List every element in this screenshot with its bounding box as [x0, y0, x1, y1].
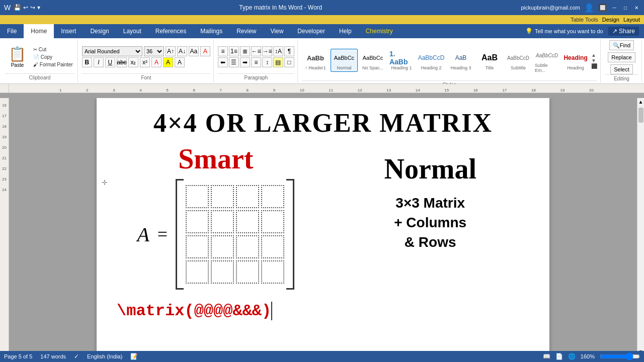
paragraph-group: ≡ 1≡ ≣ ←≡ →≡ ↕A ¶ ⬅ ☰ ➡ ≡ ↕ ▤ — [215, 39, 298, 82]
style-title-label: Title — [486, 65, 494, 70]
bullets-button[interactable]: ≡ — [218, 46, 228, 56]
styles-expand-arrow[interactable]: ⬛ — [591, 63, 597, 69]
tab-design[interactable]: Design — [83, 24, 116, 38]
matrix-cell-4-1 — [186, 260, 209, 284]
align-right-button[interactable]: ➡ — [240, 57, 250, 67]
strikethrough-button[interactable]: abc — [117, 57, 127, 67]
borders-button[interactable]: □ — [284, 57, 294, 67]
tab-view[interactable]: View — [264, 24, 291, 38]
shading-button[interactable]: A — [175, 57, 185, 67]
document-page[interactable]: 4×4 OR LARGER MATRIX ✛ Smart A = — [97, 98, 549, 355]
style-subtle-em[interactable]: AaBbCcD Subtle Em... — [533, 46, 560, 74]
zoom-slider[interactable] — [600, 352, 640, 360]
paste-button[interactable]: 📋 Paste — [5, 44, 30, 69]
numbering-button[interactable]: 1≡ — [229, 46, 239, 56]
sort-button[interactable]: ↕A — [273, 46, 283, 56]
clear-formatting-button[interactable]: A — [200, 46, 210, 56]
style-header1[interactable]: AaBb ↑ Header1 — [302, 49, 329, 72]
ruler-area: 1 2 3 4 5 6 7 8 9 10 11 12 13 14 15 16 1… — [0, 84, 644, 93]
formula-area: \matrix(@@@@&&&) — [117, 300, 529, 322]
subscript-button[interactable]: x₂ — [128, 57, 138, 67]
decrease-indent-button[interactable]: ←≡ — [251, 46, 261, 56]
context-layout-tab[interactable]: Layout — [623, 17, 640, 23]
redo-icon[interactable]: ↪ — [30, 4, 35, 11]
matrix-cells — [184, 183, 286, 286]
status-bar: Page 5 of 5 147 words ✓ English (India) … — [0, 351, 644, 362]
style-subtle-em-label: Subtle Em... — [535, 63, 559, 73]
highlight-button[interactable]: A — [163, 57, 173, 67]
shading-para-button[interactable]: ▤ — [273, 57, 283, 67]
align-center-button[interactable]: ☰ — [229, 57, 239, 67]
title-bar-right: pickupbrain@gmail.com 👤 🔲 ─ □ ✕ — [521, 3, 640, 13]
tab-references[interactable]: References — [148, 24, 193, 38]
styles-up-arrow[interactable]: ▲ — [591, 52, 597, 58]
styles-down-arrow[interactable]: ▼ — [591, 58, 597, 63]
copy-button[interactable]: 📄 Copy — [32, 54, 74, 60]
font-size-select[interactable]: 36 — [144, 46, 164, 56]
style-heading[interactable]: Heading Heading — [562, 49, 589, 72]
vertical-ruler: 16 17 18 19 20 21 22 23 24 — [0, 98, 9, 355]
spell-check-icon[interactable]: ✓ — [74, 353, 79, 360]
view-web-button[interactable]: 🌐 — [568, 353, 576, 360]
format-painter-button[interactable]: 🖌 Format Painter — [32, 61, 74, 68]
justify-button[interactable]: ≡ — [251, 57, 261, 67]
save-icon[interactable]: 💾 — [14, 4, 21, 11]
account-icon[interactable]: 👤 — [584, 3, 594, 13]
increase-indent-button[interactable]: →≡ — [262, 46, 272, 56]
underline-button[interactable]: U — [105, 57, 115, 67]
style-normal[interactable]: AaBbCc Normal — [331, 49, 358, 72]
font-label: Font — [82, 73, 210, 80]
italic-button[interactable]: I — [94, 57, 104, 67]
style-subtitle[interactable]: AaBbCcD Subtitle — [505, 49, 532, 72]
tab-help[interactable]: Help — [332, 24, 359, 38]
tab-developer[interactable]: Developer — [290, 24, 332, 38]
ribbon-toggle-icon[interactable]: 🔲 — [598, 4, 607, 12]
cut-button[interactable]: ✂ Cut — [32, 46, 74, 53]
move-handle[interactable]: ✛ — [102, 178, 108, 187]
replace-button[interactable]: Replace — [608, 52, 635, 62]
scroll-thumb[interactable] — [638, 108, 643, 123]
share-button[interactable]: ↗ Share — [608, 27, 639, 36]
tab-review[interactable]: Review — [229, 24, 263, 38]
tab-layout[interactable]: Layout — [116, 24, 148, 38]
tab-chemistry[interactable]: Chemistry — [359, 24, 400, 38]
line-spacing-button[interactable]: ↕ — [262, 57, 272, 67]
close-button[interactable]: ✕ — [633, 4, 640, 11]
equals-sign: = — [157, 224, 168, 245]
shrink-font-button[interactable]: A↓ — [177, 46, 187, 56]
change-case-button[interactable]: Aa — [189, 46, 199, 56]
minimize-button[interactable]: ─ — [611, 4, 618, 11]
context-design-tab[interactable]: Design — [602, 17, 619, 23]
align-left-button[interactable]: ⬅ — [218, 57, 228, 67]
bold-button[interactable]: B — [82, 57, 92, 67]
superscript-button[interactable]: x² — [140, 57, 150, 67]
editing-group: 🔍 Find Replace Select Editing — [602, 39, 642, 82]
view-print-button[interactable]: 📄 — [555, 353, 563, 360]
style-title[interactable]: AaB Title — [476, 49, 503, 72]
show-hide-button[interactable]: ¶ — [284, 46, 294, 56]
vertical-scrollbar[interactable]: ▲ ▼ — [637, 98, 644, 355]
scroll-up-button[interactable]: ▲ — [637, 98, 644, 106]
select-button[interactable]: Select — [610, 64, 633, 74]
track-changes-icon: 📝 — [130, 353, 138, 360]
undo-icon[interactable]: ↩ — [23, 4, 28, 11]
matrix-cell-2-3 — [236, 210, 259, 233]
tab-file[interactable]: File — [0, 24, 24, 38]
tell-me-box[interactable]: 💡 Tell me what you want to do — [525, 28, 603, 35]
tab-mailings[interactable]: Mailings — [193, 24, 229, 38]
style-heading3[interactable]: AaB Heading 3 — [447, 49, 474, 72]
style-heading2[interactable]: AaBbCcD Heading 2 — [417, 49, 446, 72]
ribbon-content: 📋 Paste ✂ Cut 📄 Copy 🖌 Format Painter Cl… — [0, 38, 644, 83]
style-no-spacing[interactable]: AaBbCc No Spac... — [359, 49, 386, 72]
tab-home[interactable]: Home — [24, 24, 54, 38]
maximize-button[interactable]: □ — [622, 4, 629, 11]
clipboard-group-content: 📋 Paste ✂ Cut 📄 Copy 🖌 Format Painter — [5, 40, 74, 73]
tab-insert[interactable]: Insert — [54, 24, 83, 38]
find-button[interactable]: 🔍 Find — [609, 40, 634, 50]
grow-font-button[interactable]: A↑ — [166, 46, 176, 56]
view-read-button[interactable]: 📖 — [543, 353, 550, 360]
font-name-select[interactable]: Arial Rounded — [82, 46, 142, 56]
text-color-button[interactable]: A — [151, 57, 162, 67]
style-heading1[interactable]: 1. AaBb Heading 1 — [388, 49, 415, 72]
multilevel-button[interactable]: ≣ — [240, 46, 250, 56]
